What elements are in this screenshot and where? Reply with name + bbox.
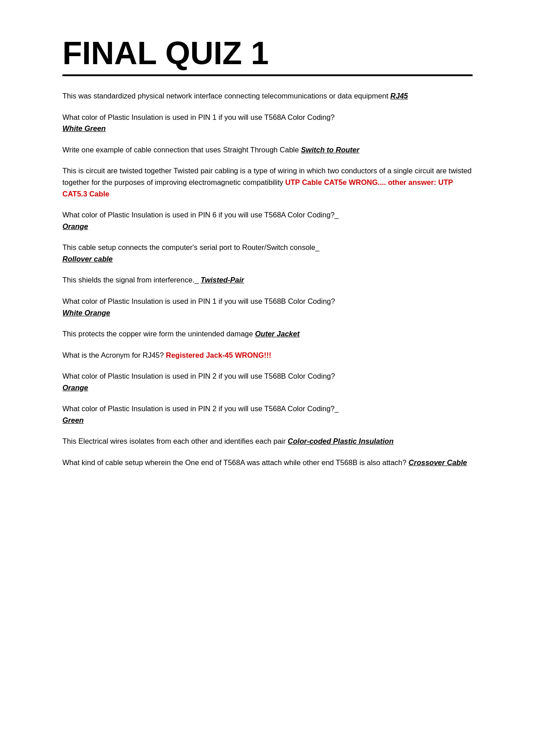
answer-7: Twisted-Pair [201, 276, 244, 284]
qa-block-12: What color of Plastic Insulation is used… [62, 403, 473, 426]
qa-block-9: This protects the copper wire form the u… [62, 328, 473, 340]
question-9: This protects the copper wire form the u… [62, 328, 473, 340]
answer-3: Switch to Router [301, 146, 359, 154]
answer-6: Rollover cable [62, 255, 113, 263]
answer-9: Outer Jacket [255, 330, 300, 338]
answer-12: Green [62, 416, 84, 424]
qa-block-14: What kind of cable setup wherein the One… [62, 457, 473, 469]
answer-11: Orange [62, 384, 88, 392]
question-2: What color of Plastic Insulation is used… [62, 112, 473, 123]
answer-1: RJ45 [391, 92, 408, 100]
question-12: What color of Plastic Insulation is used… [62, 403, 473, 415]
question-text-12: What color of Plastic Insulation is used… [62, 405, 339, 413]
page-title: FINAL QUIZ 1 [62, 36, 473, 76]
question-4: This is circuit are twisted together Twi… [62, 165, 473, 200]
qa-block-8: What color of Plastic Insulation is used… [62, 296, 473, 319]
question-text-11: What color of Plastic Insulation is used… [62, 372, 335, 380]
qa-block-3: Write one example of cable connection th… [62, 144, 473, 156]
question-text-9: This protects the copper wire form the u… [62, 330, 255, 338]
question-text-2: What color of Plastic Insulation is used… [62, 113, 335, 121]
question-14: What kind of cable setup wherein the One… [62, 457, 473, 469]
question-3: Write one example of cable connection th… [62, 144, 473, 156]
answer-8: White Orange [62, 309, 110, 317]
question-text-10: What is the Acronym for RJ45? [62, 351, 166, 359]
question-text-6: This cable setup connects the computer's… [62, 243, 319, 251]
answer-10: Registered Jack-45 WRONG!!! [166, 351, 272, 359]
qa-block-6: This cable setup connects the computer's… [62, 242, 473, 265]
question-text-8: What color of Plastic Insulation is used… [62, 297, 335, 305]
answer-2: White Green [62, 124, 106, 132]
question-6: This cable setup connects the computer's… [62, 242, 473, 253]
qa-block-11: What color of Plastic Insulation is used… [62, 371, 473, 393]
question-10: What is the Acronym for RJ45? Registered… [62, 350, 473, 361]
qa-block-7: This shields the signal from interferenc… [62, 274, 473, 286]
answer-13: Color-coded Plastic Insulation [288, 437, 393, 445]
question-text-14: What kind of cable setup wherein the One… [62, 458, 408, 466]
question-13: This Electrical wires isolates from each… [62, 436, 473, 447]
qa-block-13: This Electrical wires isolates from each… [62, 436, 473, 447]
qa-block-10: What is the Acronym for RJ45? Registered… [62, 350, 473, 361]
question-11: What color of Plastic Insulation is used… [62, 371, 473, 382]
answer-14: Crossover Cable [408, 458, 467, 466]
question-8: What color of Plastic Insulation is used… [62, 296, 473, 307]
question-text-1: This was standardized physical network i… [62, 92, 391, 100]
answer-5: Orange [62, 222, 88, 230]
qa-block-1: This was standardized physical network i… [62, 90, 473, 102]
question-text-5: What color of Plastic Insulation is used… [62, 211, 339, 219]
question-5: What color of Plastic Insulation is used… [62, 209, 473, 221]
question-text-3: Write one example of cable connection th… [62, 146, 301, 154]
qa-block-2: What color of Plastic Insulation is used… [62, 112, 473, 135]
question-text-7: This shields the signal from interferenc… [62, 276, 201, 284]
qa-block-5: What color of Plastic Insulation is used… [62, 209, 473, 232]
question-text-13: This Electrical wires isolates from each… [62, 437, 288, 445]
qa-block-4: This is circuit are twisted together Twi… [62, 165, 473, 200]
question-7: This shields the signal from interferenc… [62, 274, 473, 286]
question-1: This was standardized physical network i… [62, 90, 473, 102]
